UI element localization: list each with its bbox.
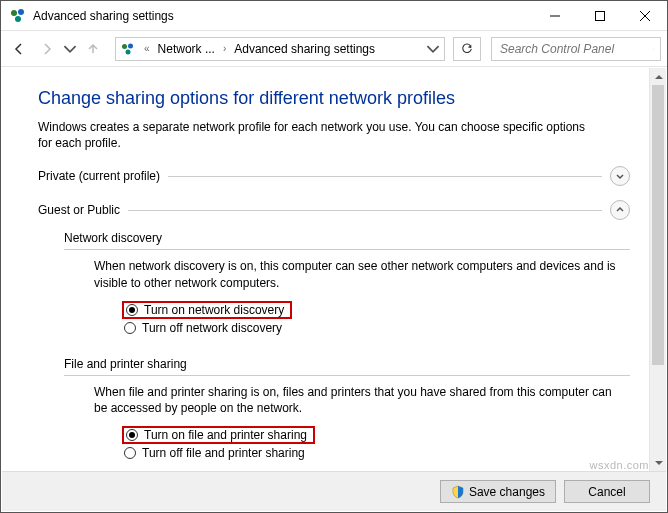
svg-point-1 (18, 9, 24, 15)
breadcrumb-advanced-sharing[interactable]: Advanced sharing settings (234, 42, 375, 56)
command-bar: Save changes Cancel (2, 471, 666, 511)
save-changes-button[interactable]: Save changes (440, 480, 556, 503)
file-printer-heading: File and printer sharing (64, 357, 630, 371)
search-box[interactable] (491, 37, 661, 61)
radio-nd-off-label[interactable]: Turn off network discovery (142, 321, 282, 335)
control-panel-icon (9, 7, 27, 25)
expand-icon[interactable] (610, 166, 630, 186)
svg-point-2 (15, 16, 21, 22)
section-guest-label: Guest or Public (38, 203, 120, 217)
save-changes-label: Save changes (469, 485, 545, 499)
address-dropdown[interactable] (426, 37, 440, 61)
search-icon (653, 42, 654, 56)
cancel-label: Cancel (588, 485, 625, 499)
nav-bar: « Network ... › Advanced sharing setting… (1, 31, 667, 67)
close-button[interactable] (622, 1, 667, 31)
highlight-box: Turn on file and printer sharing (122, 426, 315, 444)
title-bar: Advanced sharing settings (1, 1, 667, 31)
search-input[interactable] (498, 41, 653, 57)
page-description: Windows creates a separate network profi… (38, 119, 598, 151)
vertical-scrollbar[interactable] (649, 68, 666, 471)
shield-icon (451, 485, 465, 499)
radio-nd-on[interactable] (126, 304, 138, 316)
radio-fp-on-label[interactable]: Turn on file and printer sharing (144, 428, 307, 442)
address-bar[interactable]: « Network ... › Advanced sharing setting… (115, 37, 445, 61)
recent-locations-dropdown[interactable] (63, 37, 77, 61)
maximize-button[interactable] (577, 1, 622, 31)
up-button[interactable] (81, 37, 105, 61)
back-button[interactable] (7, 37, 31, 61)
location-icon (120, 41, 136, 57)
svg-point-0 (11, 10, 17, 16)
radio-nd-on-label[interactable]: Turn on network discovery (144, 303, 284, 317)
forward-button[interactable] (35, 37, 59, 61)
network-discovery-desc: When network discovery is on, this compu… (94, 258, 620, 290)
radio-nd-off[interactable] (124, 322, 136, 334)
watermark: wsxdn.com (589, 459, 649, 471)
minimize-button[interactable] (532, 1, 577, 31)
highlight-box: Turn on network discovery (122, 301, 292, 319)
page-heading: Change sharing options for different net… (38, 88, 630, 109)
svg-rect-3 (595, 11, 604, 20)
content-area: Change sharing options for different net… (2, 68, 666, 471)
file-printer-desc: When file and printer sharing is on, fil… (94, 384, 620, 416)
radio-fp-off[interactable] (124, 447, 136, 459)
section-guest-public[interactable]: Guest or Public (38, 199, 630, 221)
network-discovery-options: Turn on network discovery Turn off netwo… (122, 301, 630, 337)
scroll-up-arrow[interactable] (650, 68, 666, 85)
svg-point-5 (128, 43, 133, 48)
radio-fp-off-label[interactable]: Turn off file and printer sharing (142, 446, 305, 460)
breadcrumb-network[interactable]: Network ... (158, 42, 215, 56)
window-title: Advanced sharing settings (33, 9, 532, 23)
window-controls (532, 1, 667, 31)
collapse-icon[interactable] (610, 200, 630, 220)
refresh-button[interactable] (453, 37, 481, 61)
svg-point-6 (126, 49, 131, 54)
file-printer-options: Turn on file and printer sharing Turn of… (122, 426, 630, 462)
svg-point-4 (122, 44, 127, 49)
chevron-right-icon[interactable]: › (219, 43, 230, 54)
radio-fp-on[interactable] (126, 429, 138, 441)
section-private-label: Private (current profile) (38, 169, 160, 183)
svg-point-7 (653, 48, 654, 49)
scroll-thumb[interactable] (652, 85, 664, 365)
breadcrumb-separator: « (140, 43, 154, 54)
cancel-button[interactable]: Cancel (564, 480, 650, 503)
section-private[interactable]: Private (current profile) (38, 165, 630, 187)
scroll-down-arrow[interactable] (650, 454, 666, 471)
network-discovery-heading: Network discovery (64, 231, 630, 245)
